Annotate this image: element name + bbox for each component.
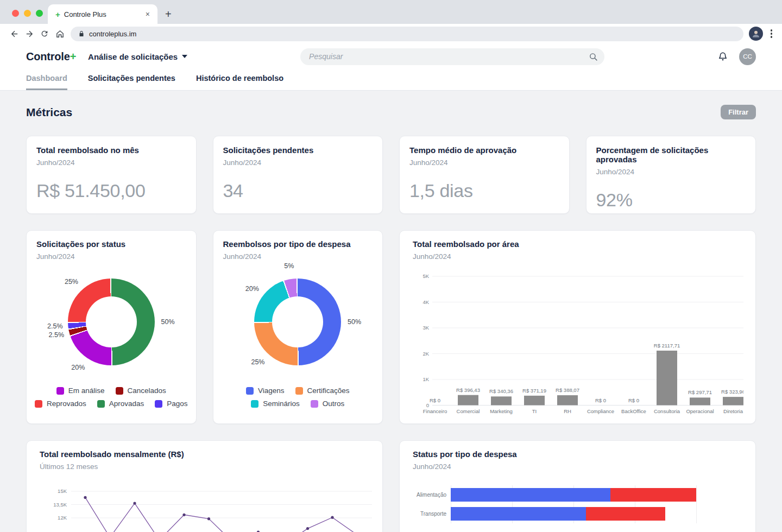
notifications-bell-icon[interactable] bbox=[717, 51, 728, 62]
legend-item-aprovadas[interactable]: Aprovadas bbox=[97, 400, 144, 408]
hbar-row-label: Transporte bbox=[413, 511, 446, 517]
legend-item-reprovados[interactable]: Reprovados bbox=[35, 400, 86, 408]
chart-card-total-por-area: Total reembolsado por área Junho/2024 5K… bbox=[399, 230, 756, 424]
donut-ring bbox=[254, 278, 341, 365]
search-input[interactable] bbox=[309, 52, 589, 61]
chart-title: Status por tipo de despesa bbox=[413, 449, 742, 459]
minimize-window-button[interactable] bbox=[24, 10, 31, 17]
hbar-segment-0 bbox=[451, 488, 610, 502]
svg-text:R$ 2117,71: R$ 2117,71 bbox=[654, 343, 680, 349]
tab-historico-de-reembolso[interactable]: Histórico de reembolso bbox=[196, 69, 283, 90]
expense-donut-chart: 50%25%20%5% bbox=[223, 262, 373, 383]
chart-card-status-por-tipo: Status por tipo de despesa Junho/2024 Al… bbox=[399, 440, 756, 532]
close-window-button[interactable] bbox=[12, 10, 19, 17]
monthly-line-chart: 15K13,5K12K bbox=[40, 479, 376, 532]
chart-subtitle: Junho/2024 bbox=[223, 252, 373, 261]
browser-tab[interactable]: + Controle Plus × bbox=[48, 4, 157, 24]
lock-icon bbox=[78, 30, 85, 37]
card-period: Junho/2024 bbox=[36, 159, 186, 167]
reload-button[interactable] bbox=[37, 26, 52, 41]
legend-item-outros[interactable]: Outros bbox=[311, 400, 345, 408]
status-donut-chart: 50%20%2.5%2.5%25% bbox=[36, 262, 186, 383]
legend-row: Em análiseCancelados bbox=[36, 387, 186, 395]
close-tab-icon[interactable]: × bbox=[143, 9, 152, 20]
browser-tab-strip: + Controle Plus × + bbox=[0, 0, 782, 24]
chart-title: Total reembolsado por área bbox=[413, 239, 742, 249]
svg-text:TI: TI bbox=[532, 408, 537, 414]
legend-item-pagos[interactable]: Pagos bbox=[155, 400, 187, 408]
legend-label: Seminários bbox=[263, 400, 300, 408]
page-title: Métricas bbox=[26, 106, 72, 119]
svg-text:2K: 2K bbox=[422, 351, 429, 357]
legend-item-cancelados[interactable]: Cancelados bbox=[116, 387, 166, 395]
svg-text:Marketing: Marketing bbox=[490, 408, 513, 414]
hbar-segment-1 bbox=[586, 507, 666, 521]
legend-label: Certificações bbox=[307, 387, 350, 395]
url-text: controleplus.im bbox=[89, 30, 136, 38]
legend-label: Cancelados bbox=[128, 387, 166, 395]
svg-text:Compliance: Compliance bbox=[587, 408, 614, 414]
reload-icon bbox=[40, 29, 49, 38]
legend-label: Outros bbox=[323, 400, 345, 408]
svg-text:R$ 0: R$ 0 bbox=[628, 397, 639, 403]
donut-percent-label: 2.5% bbox=[47, 322, 63, 330]
donut-percent-label: 50% bbox=[348, 318, 361, 326]
svg-text:Consultoria: Consultoria bbox=[654, 408, 680, 414]
legend-item-semin-rios[interactable]: Seminários bbox=[251, 400, 300, 408]
donut-percent-label: 25% bbox=[251, 358, 264, 366]
chart-subtitle: Junho/2024 bbox=[413, 252, 742, 261]
search-icon[interactable] bbox=[589, 52, 598, 61]
donut-percent-label: 5% bbox=[284, 262, 294, 270]
card-title: Porcentagem de solicitações aprovadas bbox=[596, 145, 746, 164]
svg-text:Operacional: Operacional bbox=[686, 408, 714, 414]
card-title: Solicitações pendentes bbox=[223, 145, 373, 155]
browser-tab-title: Controle Plus bbox=[64, 10, 143, 18]
app-logo: Controle+ bbox=[26, 50, 76, 63]
metric-card-solicitacoes-pendentes: Solicitações pendentes Junho/2024 34 bbox=[213, 136, 383, 214]
browser-profile-avatar[interactable] bbox=[749, 27, 763, 41]
browser-menu-button[interactable] bbox=[767, 27, 776, 40]
legend-item-viagens[interactable]: Viagens bbox=[246, 387, 285, 395]
card-title: Total reembolsado no mês bbox=[36, 145, 186, 155]
user-avatar[interactable]: CC bbox=[739, 48, 756, 65]
svg-text:Financeiro: Financeiro bbox=[423, 408, 447, 414]
donut-percent-label: 50% bbox=[161, 318, 174, 326]
legend-swatch bbox=[251, 400, 258, 408]
svg-text:12K: 12K bbox=[58, 515, 67, 521]
forward-arrow-icon bbox=[25, 29, 34, 39]
legend-swatch bbox=[155, 400, 162, 408]
hbar-track bbox=[451, 507, 742, 521]
hbar-track bbox=[451, 488, 742, 502]
legend-swatch bbox=[295, 387, 303, 395]
card-value: 92% bbox=[596, 189, 746, 211]
tab-solicitacoes-pendentes[interactable]: Solicitações pendentes bbox=[88, 69, 175, 90]
hbar-segment-1 bbox=[610, 488, 696, 502]
legend-item-em-an-lise[interactable]: Em análise bbox=[56, 387, 105, 395]
home-button[interactable] bbox=[52, 26, 67, 41]
logo-plus-icon: + bbox=[70, 50, 76, 62]
legend-swatch bbox=[311, 400, 318, 408]
legend-label: Viagens bbox=[258, 387, 285, 395]
search-bar[interactable] bbox=[300, 48, 604, 65]
tab-dashboard[interactable]: Dashboard bbox=[26, 69, 67, 90]
legend-row: ReprovadosAprovadasPagos bbox=[36, 400, 186, 408]
chart-legend: Em análiseCanceladosReprovadosAprovadasP… bbox=[36, 387, 186, 408]
back-button[interactable] bbox=[7, 26, 22, 41]
window-controls bbox=[12, 10, 43, 17]
address-bar[interactable]: controleplus.im bbox=[71, 27, 743, 41]
forward-button[interactable] bbox=[22, 26, 37, 41]
svg-text:Diretoria: Diretoria bbox=[723, 408, 743, 414]
donut-ring bbox=[68, 278, 155, 365]
legend-item-certifica-es[interactable]: Certificações bbox=[295, 387, 350, 395]
app-header: Controle+ Análise de solicitações CC bbox=[0, 43, 782, 69]
chart-title: Reembolsos por tipo de despesa bbox=[223, 239, 373, 249]
back-arrow-icon bbox=[10, 29, 19, 39]
svg-text:0: 0 bbox=[426, 402, 429, 408]
fullscreen-window-button[interactable] bbox=[36, 10, 43, 17]
chart-subtitle: Junho/2024 bbox=[36, 252, 186, 261]
chart-subtitle: Junho/2024 bbox=[413, 463, 742, 471]
context-dropdown[interactable]: Análise de solicitações bbox=[88, 52, 187, 61]
filter-button[interactable]: Filtrar bbox=[721, 105, 756, 119]
home-icon bbox=[55, 29, 65, 39]
new-tab-button[interactable]: + bbox=[165, 9, 172, 20]
